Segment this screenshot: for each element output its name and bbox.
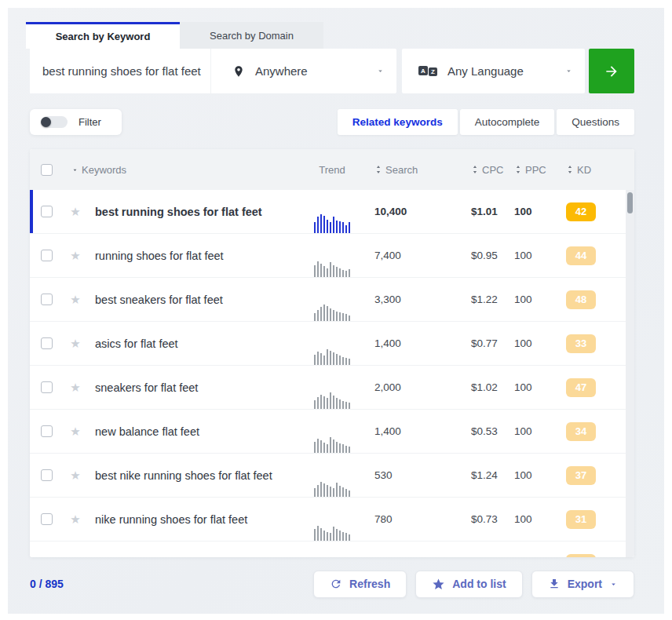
- trend-sparkline: [301, 322, 363, 365]
- tab-autocomplete[interactable]: Autocomplete: [460, 109, 555, 135]
- kd-badge: 34: [566, 422, 596, 441]
- favorite-star-icon[interactable]: ★: [64, 337, 86, 351]
- row-checkbox[interactable]: [41, 425, 53, 437]
- ppc-cell: 100: [509, 206, 557, 217]
- cpc-cell: $1.02: [458, 381, 509, 393]
- chevron-down-icon: [564, 67, 573, 75]
- toolbar-row: Filter Related keywords Autocomplete Que…: [30, 109, 634, 135]
- row-checkbox[interactable]: [41, 206, 53, 217]
- favorite-star-icon[interactable]: ★: [64, 293, 86, 307]
- trend-sparkline: [301, 498, 363, 541]
- kd-badge: 33: [566, 334, 596, 353]
- favorite-star-icon[interactable]: ★: [64, 469, 86, 483]
- table-row[interactable]: ★ best nike running shoes for flat feet …: [30, 454, 634, 498]
- header-ppc[interactable]: PPC: [509, 164, 557, 176]
- cpc-cell: $1.24: [458, 469, 509, 481]
- arrow-right-icon: [604, 64, 619, 79]
- tab-questions[interactable]: Questions: [557, 109, 634, 135]
- star-icon: [432, 578, 445, 591]
- row-checkbox[interactable]: [41, 337, 53, 349]
- selection-count: 0 / 895: [30, 578, 64, 590]
- search-bar: Anywhere AZ Any Language: [30, 49, 634, 93]
- trend-sparkline: [301, 366, 363, 409]
- header-keywords[interactable]: Keywords: [64, 164, 301, 176]
- language-select[interactable]: AZ Any Language: [402, 49, 585, 93]
- export-button[interactable]: Export: [531, 571, 634, 598]
- ppc-cell: 100: [509, 513, 557, 525]
- select-all-checkbox[interactable]: [41, 164, 53, 176]
- keyword-cell: asics for flat feet: [86, 337, 301, 350]
- keyword-cell: new balance flat feet: [86, 425, 301, 438]
- cpc-cell: $0.77: [458, 337, 509, 349]
- table-row[interactable]: ★ asics for flat feet 1,400 $0.77 100 33: [30, 322, 634, 366]
- table-row[interactable]: ★ sneakers for flat feet 2,000 $1.02 100…: [30, 366, 634, 410]
- kd-badge: [566, 554, 596, 558]
- table-row[interactable]: ★ running shoes for flat feet 7,400 $0.9…: [30, 234, 634, 278]
- row-checkbox[interactable]: [41, 294, 53, 305]
- search-volume-cell: 3,300: [363, 294, 458, 305]
- table-row[interactable]: ★ nike running shoes for flat feet 780 $…: [30, 498, 634, 542]
- favorite-star-icon[interactable]: ★: [64, 205, 86, 219]
- table-scrollbar: [626, 190, 634, 557]
- table-body: ★ best running shoes for flat feet 10,40…: [30, 190, 634, 557]
- row-checkbox[interactable]: [41, 469, 53, 481]
- refresh-button[interactable]: Refresh: [313, 571, 407, 598]
- search-volume-cell: 10,400: [363, 206, 458, 217]
- favorite-star-icon[interactable]: ★: [64, 512, 86, 527]
- tab-search-by-domain[interactable]: Search by Domain: [180, 22, 323, 49]
- table-row[interactable]: ★ new balance flat feet 1,400 $0.53 100 …: [30, 410, 634, 454]
- tab-related-keywords[interactable]: Related keywords: [338, 109, 458, 135]
- add-to-list-button[interactable]: Add to list: [415, 571, 522, 598]
- download-icon: [548, 578, 561, 590]
- ppc-cell: 100: [509, 250, 557, 261]
- table-row[interactable]: ★ best running shoes for flat feet 10,40…: [30, 190, 634, 234]
- kd-badge: 44: [566, 246, 596, 265]
- header-cpc[interactable]: CPC: [458, 164, 509, 176]
- location-value: Anywhere: [255, 64, 308, 78]
- tab-search-by-keyword[interactable]: Search by Keyword: [26, 22, 180, 49]
- filter-toggle[interactable]: [42, 116, 68, 128]
- kd-badge: 31: [566, 510, 596, 529]
- keyword-cell: nike running shoes for flat feet: [86, 513, 301, 526]
- ppc-cell: 100: [509, 469, 557, 481]
- keyword-cell: sneakers for flat feet: [86, 381, 301, 394]
- search-mode-tabs: Search by Keyword Search by Domain: [26, 22, 323, 49]
- kd-badge: 48: [566, 290, 596, 309]
- trend-sparkline: [301, 234, 363, 277]
- translate-icon: AZ: [418, 66, 437, 76]
- table-row[interactable]: ★ best sneakers for flat feet 3,300 $1.2…: [30, 278, 634, 322]
- footer-bar: 0 / 895 Refresh Add to list Export: [30, 570, 634, 598]
- submit-search-button[interactable]: [589, 49, 634, 93]
- keyword-search-input[interactable]: [30, 49, 210, 93]
- row-checkbox[interactable]: [41, 381, 53, 393]
- trend-sparkline: [301, 278, 363, 321]
- search-volume-cell: 530: [363, 469, 458, 481]
- header-kd[interactable]: KD: [557, 164, 634, 176]
- cpc-cell: $0.73: [458, 513, 509, 525]
- chevron-down-icon: [609, 580, 618, 589]
- sort-desc-icon: [71, 166, 79, 173]
- row-checkbox[interactable]: [41, 513, 53, 525]
- sort-icon: [514, 165, 522, 174]
- refresh-icon: [330, 578, 342, 590]
- header-search[interactable]: Search: [363, 164, 458, 176]
- search-volume-cell: 2,000: [363, 381, 458, 393]
- footer-actions: Refresh Add to list Export: [313, 571, 634, 598]
- favorite-star-icon[interactable]: ★: [64, 556, 86, 558]
- table-row[interactable]: ★: [30, 542, 634, 557]
- filter-label: Filter: [79, 116, 101, 128]
- row-checkbox[interactable]: [41, 250, 53, 261]
- trend-sparkline: [301, 454, 363, 497]
- kd-badge: 42: [566, 202, 596, 221]
- view-tabs: Related keywords Autocomplete Questions: [338, 109, 634, 135]
- location-pin-icon: [232, 65, 245, 78]
- favorite-star-icon[interactable]: ★: [64, 425, 86, 439]
- location-select[interactable]: Anywhere: [210, 49, 396, 93]
- favorite-star-icon[interactable]: ★: [64, 381, 86, 395]
- keywords-table: Keywords Trend Search CPC PPC KD ★ best: [30, 149, 634, 557]
- scrollbar-thumb[interactable]: [627, 192, 633, 213]
- keyword-cell: best running shoes for flat feet: [86, 206, 301, 218]
- keyword-tool-panel: Search by Keyword Search by Domain Anywh…: [8, 8, 664, 614]
- favorite-star-icon[interactable]: ★: [64, 249, 86, 263]
- search-card: Anywhere: [30, 49, 396, 93]
